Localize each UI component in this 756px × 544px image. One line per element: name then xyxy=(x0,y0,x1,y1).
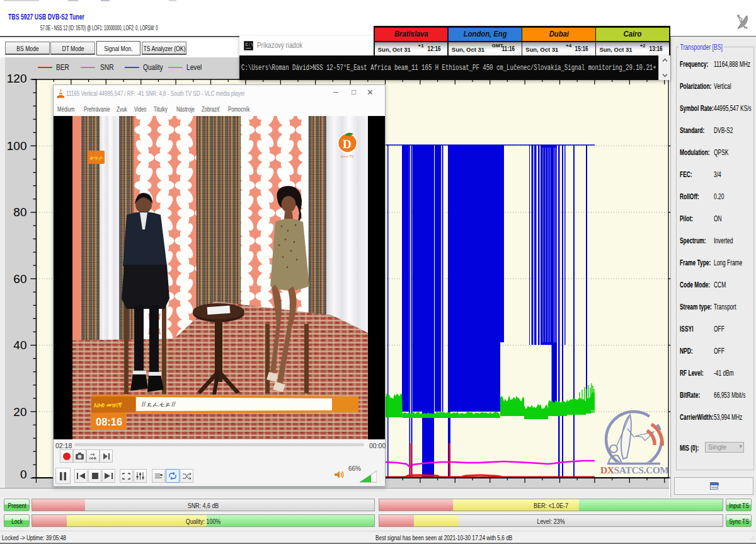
svg-text:ደቡብ TV: ደቡብ TV xyxy=(341,154,353,158)
svg-text:40: 40 xyxy=(13,339,26,352)
svg-text:0: 0 xyxy=(20,468,27,481)
svg-text:Level: Level xyxy=(186,64,202,72)
svg-text:BER: BER xyxy=(56,64,69,72)
svg-text:80: 80 xyxy=(13,205,26,219)
svg-text:D: D xyxy=(343,137,352,151)
svg-text:Quality: Quality xyxy=(143,64,163,72)
svg-text:DXSATCS.COM: DXSATCS.COM xyxy=(600,465,669,475)
svg-text:120: 120 xyxy=(7,72,27,85)
svg-text:60: 60 xyxy=(13,272,26,286)
svg-text:እሁድ መዝናኛ: እሁድ መዝናኛ xyxy=(94,401,122,408)
svg-text:ቀጥታ: ቀጥታ xyxy=(89,154,103,161)
svg-text:100: 100 xyxy=(7,139,27,153)
svg-text:SNR: SNR xyxy=(100,64,114,72)
svg-text:A: A xyxy=(89,456,91,460)
svg-text:B: B xyxy=(94,456,96,460)
svg-text:20: 20 xyxy=(13,405,26,419)
svg-text:08:16: 08:16 xyxy=(96,416,122,427)
svg-text:// ደ.ፈ.ቲ.ይ //: // ደ.ፈ.ቲ.ይ // xyxy=(142,400,176,408)
